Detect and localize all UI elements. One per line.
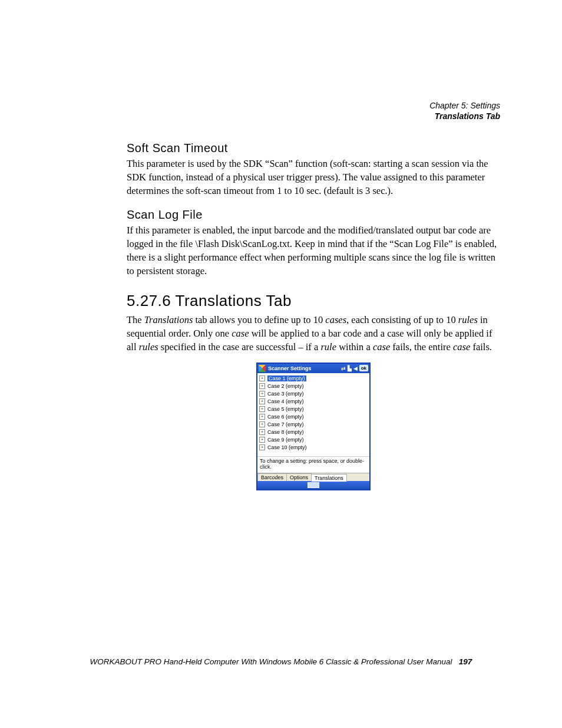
speaker-icon[interactable]: ◀ [353,365,358,371]
heading-translations-tab: 5.27.6 Translations Tab [127,292,500,310]
start-icon[interactable] [259,365,266,372]
device-titlebar: Scanner Settings ⇄ ▙ ◀ ok [257,364,369,373]
tree-item[interactable]: +Case 5 (empty) [259,406,368,413]
tree-item[interactable]: +Case 1 (empty) [259,375,368,383]
expand-icon[interactable]: + [259,429,265,435]
expand-icon[interactable]: + [259,398,265,404]
tab-options[interactable]: Options [286,473,312,481]
tree-item[interactable]: +Case 4 (empty) [259,398,368,406]
expand-icon[interactable]: + [259,444,265,450]
window-title: Scanner Settings [268,365,341,371]
case-tree: +Case 1 (empty) +Case 2 (empty) +Case 3 … [257,373,369,456]
tab-translations[interactable]: Translations [311,474,347,482]
paragraph-soft-scan-timeout: This parameter is used by the SDK “Scan”… [127,157,500,197]
sip-bar [257,481,369,489]
scanner-settings-screenshot: Scanner Settings ⇄ ▙ ◀ ok +Case 1 (empty… [256,363,371,491]
connectivity-icon[interactable]: ⇄ [341,365,346,371]
tree-item[interactable]: +Case 8 (empty) [259,429,368,436]
keyboard-icon[interactable] [308,482,319,488]
heading-soft-scan-timeout: Soft Scan Timeout [127,141,500,155]
page-content: Soft Scan Timeout This parameter is used… [127,141,500,490]
expand-icon[interactable]: + [259,383,265,389]
tree-item[interactable]: +Case 3 (empty) [259,390,368,398]
page-footer: WORKABOUT PRO Hand-Held Computer With Wi… [0,657,562,666]
signal-icon[interactable]: ▙ [348,365,352,371]
tree-item[interactable]: +Case 7 (empty) [259,421,368,429]
tree-item[interactable]: +Case 9 (empty) [259,436,368,444]
expand-icon[interactable]: + [259,406,265,412]
chapter-label: Chapter 5: Settings [429,100,500,111]
hint-text: To change a setting: press space, or dou… [257,456,369,473]
expand-icon[interactable]: + [259,414,265,420]
section-label: Translations Tab [429,111,500,121]
tab-barcodes[interactable]: Barcodes [257,473,287,481]
system-tray: ⇄ ▙ ◀ ok [341,365,368,371]
ok-button[interactable]: ok [359,365,368,371]
running-header: Chapter 5: Settings Translations Tab [429,100,500,121]
tree-item[interactable]: +Case 6 (empty) [259,413,368,421]
page-number: 197 [459,657,472,666]
heading-scan-log-file: Scan Log File [127,208,500,222]
expand-icon[interactable]: + [259,421,265,427]
paragraph-translations: The Translations tab allows you to defin… [127,314,500,354]
expand-icon[interactable]: + [259,391,265,397]
expand-icon[interactable]: + [259,437,265,443]
footer-text: WORKABOUT PRO Hand-Held Computer With Wi… [90,657,452,666]
tree-item[interactable]: +Case 2 (empty) [259,383,368,390]
expand-icon[interactable]: + [259,375,265,381]
tab-bar: Barcodes Options Translations [257,473,369,481]
tree-item[interactable]: +Case 10 (empty) [259,444,368,452]
paragraph-scan-log-file: If this parameter is enabled, the input … [127,224,500,278]
